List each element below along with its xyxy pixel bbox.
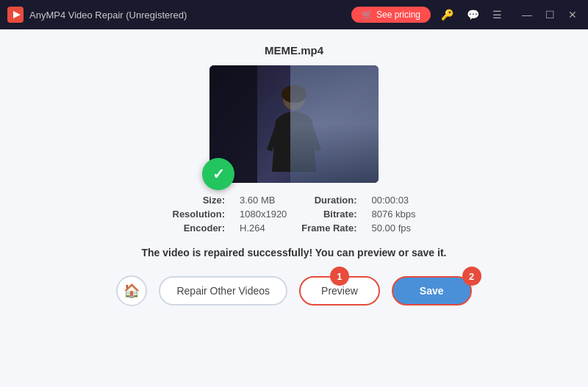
app-title: AnyMP4 Video Repair (Unregistered) (29, 10, 351, 21)
resolution-value: 1080x1920 (240, 209, 287, 220)
app-logo-icon (7, 7, 24, 23)
size-value: 3.60 MB (240, 195, 287, 206)
size-label: Size: (173, 195, 226, 206)
title-bar: AnyMP4 Video Repair (Unregistered) 🛒 See… (0, 0, 588, 29)
video-filename: MEME.mp4 (265, 44, 323, 57)
key-icon[interactable]: 🔑 (438, 7, 456, 22)
resolution-label: Resolution: (173, 209, 226, 220)
save-wrapper: 2 Save (392, 276, 472, 305)
home-button[interactable]: 🏠 (116, 275, 147, 306)
title-bar-actions: 🛒 See pricing 🔑 💬 ☰ — ☐ ✕ (351, 7, 581, 23)
repair-other-videos-button[interactable]: Repair Other Videos (159, 276, 287, 305)
preview-wrapper: 1 Preview (299, 276, 380, 305)
video-thumbnail (209, 65, 379, 183)
duration-value: 00:00:03 (371, 195, 415, 206)
success-check-badge: ✓ (202, 158, 234, 190)
window-controls: — ☐ ✕ (518, 7, 581, 22)
success-message: The video is repaired successfully! You … (142, 245, 447, 261)
close-button[interactable]: ✕ (564, 7, 581, 22)
badge-1: 1 (330, 267, 349, 286)
video-background (209, 65, 379, 183)
badge-2: 2 (462, 267, 481, 286)
duration-label: Duration: (301, 195, 356, 206)
encoder-label: Encoder: (173, 223, 226, 234)
maximize-button[interactable]: ☐ (542, 7, 559, 22)
see-pricing-button[interactable]: 🛒 See pricing (351, 7, 431, 23)
save-button[interactable]: Save (392, 276, 472, 305)
main-content: MEME.mp4 ✓ (0, 29, 588, 387)
cart-icon: 🛒 (362, 10, 373, 20)
encoder-value: H.264 (240, 223, 287, 234)
video-metadata: Size: 3.60 MB Duration: 00:00:03 Resolut… (173, 195, 416, 234)
framerate-value: 50.00 fps (371, 223, 415, 234)
projection-area (290, 65, 379, 183)
chat-icon[interactable]: 💬 (464, 7, 482, 22)
home-icon: 🏠 (123, 283, 140, 299)
bitrate-value: 8076 kbps (371, 209, 415, 220)
minimize-button[interactable]: — (518, 7, 536, 22)
menu-icon[interactable]: ☰ (490, 7, 505, 22)
video-preview-container: ✓ (209, 65, 379, 183)
bitrate-label: Bitrate: (301, 209, 356, 220)
action-buttons-row: 🏠 Repair Other Videos 1 Preview 2 Save (116, 275, 471, 306)
framerate-label: Frame Rate: (301, 223, 356, 234)
